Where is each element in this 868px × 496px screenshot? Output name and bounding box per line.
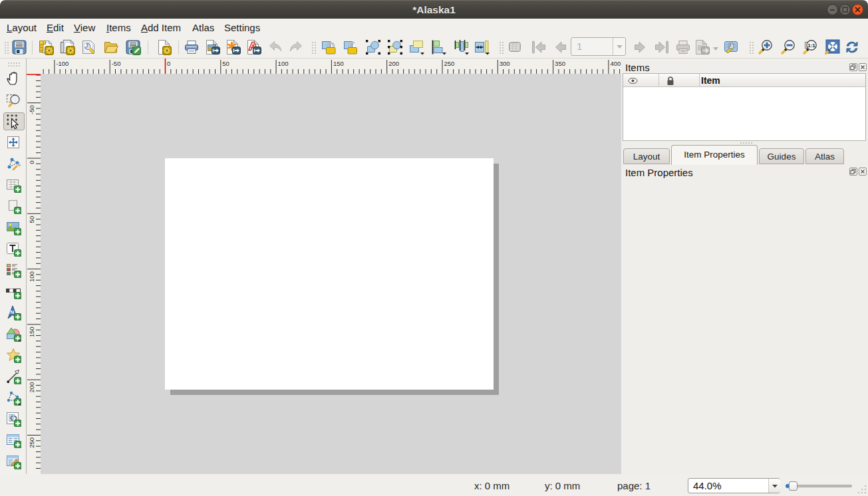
svg-text:-50: -50 xyxy=(28,105,35,114)
svg-text:100: 100 xyxy=(278,60,289,67)
svg-text:350: 350 xyxy=(555,60,565,67)
svg-text:0: 0 xyxy=(167,60,170,67)
svg-text:-100: -100 xyxy=(56,60,69,67)
svg-text:1:1: 1:1 xyxy=(807,43,815,49)
svg-text:150: 150 xyxy=(28,326,35,337)
svg-text:100: 100 xyxy=(28,271,35,282)
svg-text:N: N xyxy=(11,309,15,315)
svg-text:50: 50 xyxy=(222,60,229,67)
svg-text:200: 200 xyxy=(388,60,399,67)
svg-text:200: 200 xyxy=(28,382,35,393)
svg-text:150: 150 xyxy=(333,60,344,67)
svg-text:250: 250 xyxy=(444,60,455,67)
svg-text:400: 400 xyxy=(610,60,621,67)
svg-text:-50: -50 xyxy=(112,60,121,67)
svg-text:300: 300 xyxy=(500,60,510,67)
svg-text:0: 0 xyxy=(28,161,35,164)
svg-text:50: 50 xyxy=(28,216,35,223)
svg-text:250: 250 xyxy=(28,437,35,448)
